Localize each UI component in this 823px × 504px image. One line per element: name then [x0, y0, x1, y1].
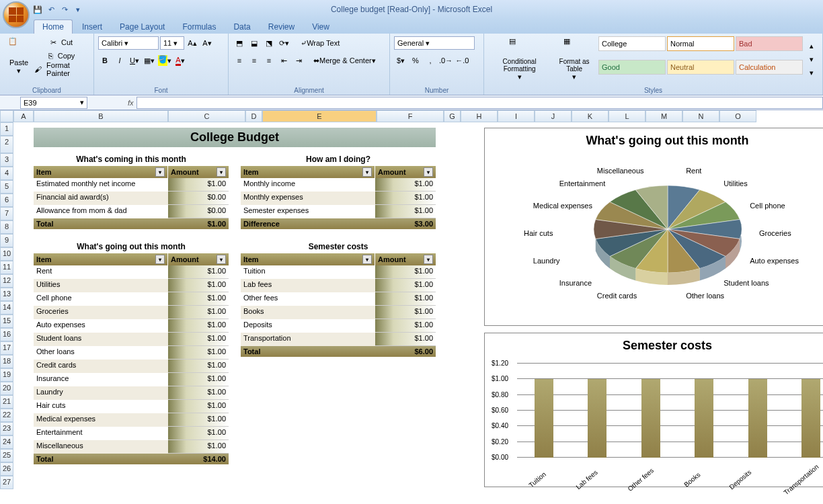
row-header-26[interactable]: 26 — [0, 462, 13, 476]
col-header-F[interactable]: F — [377, 110, 444, 122]
row-header-15[interactable]: 15 — [0, 314, 13, 328]
qat-customize-icon[interactable]: ▾ — [73, 4, 83, 15]
align-top-button[interactable]: ⬒ — [233, 36, 246, 50]
align-middle-button[interactable]: ⬓ — [247, 36, 261, 50]
table-row[interactable]: Utilities$1.00 — [34, 279, 229, 292]
style-cell-neutral[interactable]: Neutral — [667, 60, 734, 75]
style-cell-bad[interactable]: Bad — [736, 36, 803, 51]
increase-indent-button[interactable]: ⇥ — [292, 54, 305, 67]
underline-button[interactable]: U▾ — [128, 54, 141, 67]
col-header-O[interactable]: O — [719, 110, 756, 122]
styles-scroll-up-button[interactable]: ▴ — [805, 39, 818, 52]
row-header-24[interactable]: 24 — [0, 435, 13, 449]
table-row[interactable]: Estimated monthly net income$1.00 — [34, 178, 229, 192]
comma-button[interactable]: , — [424, 54, 437, 67]
format-as-table-button[interactable]: ▦ Format as Table▾ — [551, 36, 598, 83]
filter-button[interactable]: ▾ — [424, 167, 433, 177]
col-header-J[interactable]: J — [535, 110, 572, 122]
row-header-17[interactable]: 17 — [0, 341, 13, 355]
format-painter-button[interactable]: 🖌 Format Painter — [34, 62, 89, 76]
accounting-button[interactable]: $▾ — [394, 54, 407, 67]
undo-icon[interactable]: ↶ — [46, 4, 56, 15]
table-row[interactable]: Lab fees$1.00 — [241, 279, 436, 292]
col-header-G[interactable]: G — [444, 110, 461, 122]
filter-button[interactable]: ▾ — [362, 255, 372, 264]
table-row[interactable]: Transportation$1.00 — [241, 333, 436, 346]
shrink-font-button[interactable]: A▾ — [200, 36, 214, 50]
pie-chart[interactable]: What's going out this month RentUtilitie… — [484, 128, 823, 326]
table-row[interactable]: Student loans$1.00 — [34, 333, 229, 346]
col-header-B[interactable]: B — [34, 110, 168, 122]
col-header-M[interactable]: M — [645, 110, 682, 122]
tab-review[interactable]: Review — [260, 20, 303, 34]
row-header-2[interactable]: 2 — [0, 136, 13, 153]
tab-home[interactable]: Home — [34, 19, 73, 34]
filter-button[interactable]: ▾ — [217, 167, 226, 177]
row-header-22[interactable]: 22 — [0, 409, 13, 422]
merge-center-button[interactable]: ⬌ Merge & Center▾ — [310, 54, 379, 67]
row-header-10[interactable]: 10 — [0, 247, 13, 261]
filter-button[interactable]: ▾ — [217, 255, 226, 264]
table-row[interactable]: Allowance from mom & dad$0.00 — [34, 205, 229, 218]
paste-button[interactable]: 📋 Paste▾ — [4, 36, 34, 83]
table-row[interactable]: Books$1.00 — [241, 306, 436, 319]
tab-view[interactable]: View — [304, 20, 338, 34]
col-header-H[interactable]: H — [461, 110, 498, 122]
number-format-combo[interactable]: General ▾ — [394, 36, 475, 50]
row-header-9[interactable]: 9 — [0, 234, 13, 247]
row-header-25[interactable]: 25 — [0, 449, 13, 462]
redo-icon[interactable]: ↷ — [59, 4, 70, 15]
increase-decimal-button[interactable]: .0→ — [438, 54, 453, 67]
formula-input[interactable] — [136, 97, 823, 109]
table-row[interactable]: Other fees$1.00 — [241, 292, 436, 306]
table-row[interactable]: Deposits$1.00 — [241, 319, 436, 333]
table-row[interactable]: Auto expenses$1.00 — [34, 319, 229, 333]
font-name-combo[interactable]: Calibri ▾ — [98, 36, 159, 50]
copy-button[interactable]: ⎘ Copy — [34, 49, 89, 62]
align-center-button[interactable]: ≡ — [247, 54, 261, 67]
table-row[interactable]: Hair cuts$1.00 — [34, 400, 229, 413]
save-icon[interactable]: 💾 — [32, 4, 43, 15]
table-row[interactable]: Rent$1.00 — [34, 265, 229, 279]
row-header-18[interactable]: 18 — [0, 355, 13, 368]
col-header-E[interactable]: E — [262, 110, 377, 122]
table-row[interactable]: Other loans$1.00 — [34, 346, 229, 360]
row-header-14[interactable]: 14 — [0, 301, 13, 314]
bar-chart[interactable]: Semester costs $0.00$0.20$0.40$0.60$0.80… — [484, 333, 823, 487]
col-header-I[interactable]: I — [498, 110, 535, 122]
row-header-3[interactable]: 3 — [0, 153, 13, 167]
grow-font-button[interactable]: A▴ — [186, 36, 199, 50]
style-cell-calculation[interactable]: Calculation — [736, 60, 803, 75]
align-right-button[interactable]: ≡ — [262, 54, 276, 67]
fx-icon[interactable]: fx — [128, 99, 134, 107]
wrap-text-button[interactable]: ⤶ Wrap Text — [297, 36, 343, 50]
bold-button[interactable]: B — [98, 54, 112, 67]
row-header-20[interactable]: 20 — [0, 382, 13, 395]
row-header-23[interactable]: 23 — [0, 422, 13, 435]
col-header-A[interactable]: A — [13, 110, 34, 122]
filter-button[interactable]: ▾ — [155, 255, 165, 264]
table-row[interactable]: Tuition$1.00 — [241, 265, 436, 279]
cut-button[interactable]: ✂ Cut — [34, 36, 89, 49]
table-row[interactable]: Entertainment$1.00 — [34, 427, 229, 440]
table-row[interactable]: Monthly income$1.00 — [241, 178, 436, 192]
align-left-button[interactable]: ≡ — [233, 54, 246, 67]
table-row[interactable]: Groceries$1.00 — [34, 306, 229, 319]
name-box-dropdown-icon[interactable]: ▾ — [80, 98, 84, 107]
table-row[interactable]: Semester expenses$1.00 — [241, 205, 436, 218]
row-header-21[interactable]: 21 — [0, 395, 13, 409]
row-header-5[interactable]: 5 — [0, 180, 13, 194]
table-row[interactable]: Cell phone$1.00 — [34, 292, 229, 306]
col-header-C[interactable]: C — [168, 110, 245, 122]
row-header-11[interactable]: 11 — [0, 261, 13, 274]
table-row[interactable]: Medical expenses$1.00 — [34, 413, 229, 427]
tab-page-layout[interactable]: Page Layout — [112, 20, 173, 34]
col-header-K[interactable]: K — [572, 110, 609, 122]
row-header-13[interactable]: 13 — [0, 288, 13, 301]
font-size-combo[interactable]: 11 ▾ — [160, 36, 184, 50]
style-cell-college[interactable]: College — [598, 36, 666, 51]
styles-more-button[interactable]: ▾ — [805, 66, 818, 79]
decrease-indent-button[interactable]: ⇤ — [277, 54, 290, 67]
name-box[interactable]: E39▾ — [20, 97, 87, 109]
italic-button[interactable]: I — [113, 54, 126, 67]
